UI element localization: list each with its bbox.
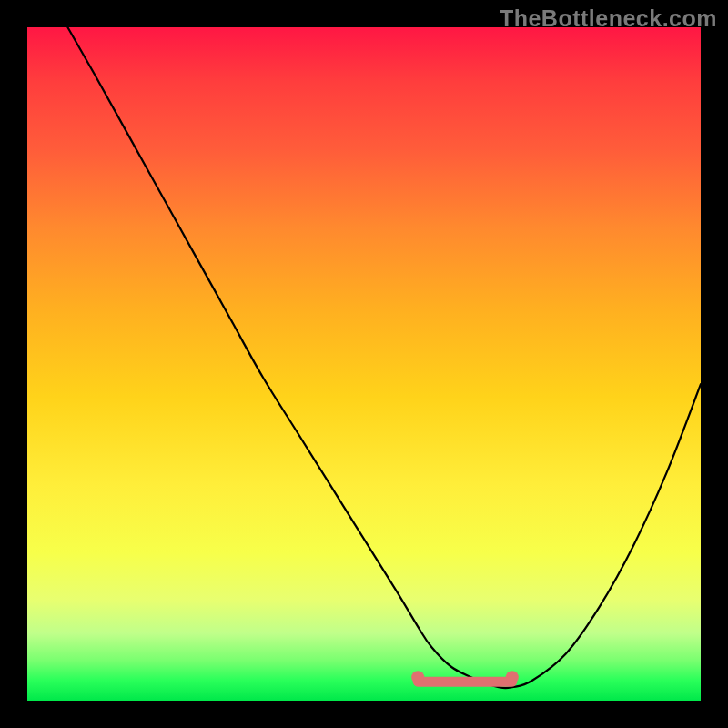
bottleneck-curve xyxy=(67,27,701,688)
plot-area xyxy=(27,27,701,701)
curve-svg xyxy=(27,27,701,701)
chart-frame: TheBottleneck.com xyxy=(0,0,728,728)
optimal-range-dot-left xyxy=(411,671,424,683)
optimal-range-dot-right xyxy=(506,671,519,683)
